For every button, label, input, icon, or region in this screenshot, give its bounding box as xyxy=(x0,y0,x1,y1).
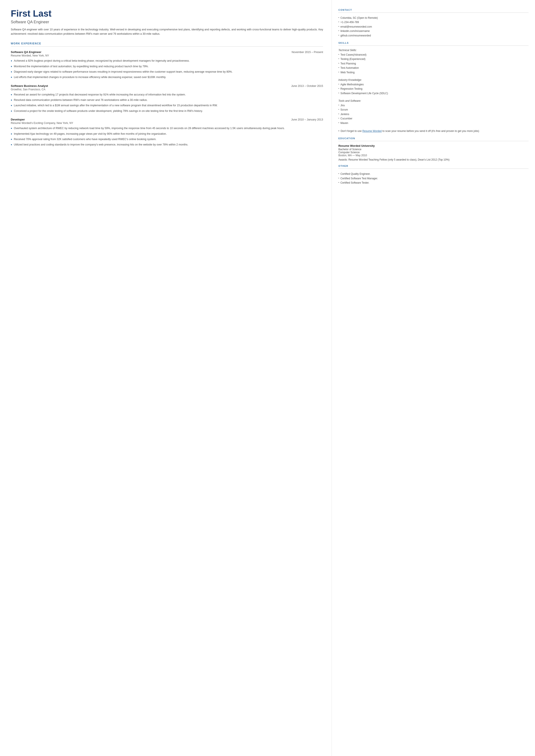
list-item: •Resolved data communication problems be… xyxy=(11,98,323,102)
contact-section: CONTACT •Columbia, SC (Open to Remote) •… xyxy=(338,9,528,38)
job-bullets-3: •Overhauled system architecture of RWEC … xyxy=(11,126,323,147)
bullet-icon: • xyxy=(11,98,12,102)
list-item: •Received 70% approval rating from 32K s… xyxy=(11,137,323,141)
other-list: •Certified Quality Engineer. •Certified … xyxy=(338,172,528,185)
edu-degree: Bachelor of Science xyxy=(338,148,528,151)
technical-skills-label: Technical Skills: xyxy=(338,49,528,52)
list-item: •Testing (Experienced) xyxy=(338,57,528,61)
list-item: •linkedin.com/in/username xyxy=(338,29,528,33)
bullet-icon: • xyxy=(338,121,339,125)
list-item: •Cucumber xyxy=(338,116,528,121)
other-heading: OTHER xyxy=(338,165,528,167)
bullet-icon: • xyxy=(338,66,339,70)
technical-skills-list: •Test Cases(Advanced) •Testing (Experien… xyxy=(338,53,528,74)
bullet-icon: • xyxy=(338,176,339,180)
job-title-2: Software Business Analyst xyxy=(11,84,48,88)
tools-label: Tools and Software: xyxy=(338,99,528,102)
industry-skills-list: •Agile Methodologies •Regression Testing… xyxy=(338,82,528,96)
list-item: •Jira xyxy=(338,103,528,107)
list-item: •Scrum xyxy=(338,107,528,112)
bullet-icon: • xyxy=(338,107,339,111)
list-item: •Monitored the implementation of test au… xyxy=(11,65,323,69)
job-bullets-2: •Received an award for completing 17 pro… xyxy=(11,93,323,113)
job-header-2: Software Business Analyst June 2013 – Oc… xyxy=(11,84,323,88)
job-company-2: Growthsi, San Francisco, CA xyxy=(11,88,323,91)
bullet-icon: • xyxy=(338,103,339,107)
list-item: •Achieved a 92% bugless project during a… xyxy=(11,59,323,63)
job-title-3: Developer xyxy=(11,118,25,121)
edu-field: Computer Science xyxy=(338,151,528,154)
job-dates-1: November 2015 – Present xyxy=(292,51,323,54)
bullet-icon: • xyxy=(338,25,339,28)
bullet-icon: • xyxy=(11,104,12,107)
job-dates-2: June 2013 – October 2015 xyxy=(291,84,323,88)
job-dates-3: June 2010 – January 2013 xyxy=(291,118,323,121)
list-item: •Certified Software Test Manager. xyxy=(338,176,528,181)
list-item: •Implemented Ajax technology on 49 pages… xyxy=(11,132,323,136)
resume-worded-note: •Don't forget to use Resume Worded to sc… xyxy=(338,129,528,133)
work-experience-heading: WORK EXPERIENCE xyxy=(11,42,323,45)
bullet-icon: • xyxy=(338,70,339,74)
main-column: First Last Software QA Engineer Software… xyxy=(0,0,332,756)
bullet-icon: • xyxy=(338,33,339,37)
industry-skills-label: Industry Knowledge: xyxy=(338,78,528,81)
bullet-icon: • xyxy=(338,53,339,56)
list-item: •Test Cases(Advanced) xyxy=(338,53,528,57)
list-item: •+1-234-456-789 xyxy=(338,20,528,24)
bullet-icon: • xyxy=(11,59,12,63)
bullet-icon: • xyxy=(11,137,12,141)
list-item: •Certified Quality Engineer. xyxy=(338,172,528,176)
bullet-icon: • xyxy=(338,116,339,120)
list-item: •Web Testing xyxy=(338,70,528,74)
bullet-icon: • xyxy=(11,70,12,74)
list-item: •Columbia, SC (Open to Remote) xyxy=(338,16,528,20)
list-item: •Diagnosed early danger signs related to… xyxy=(11,70,323,74)
bullet-icon: • xyxy=(338,82,339,86)
bullet-icon: • xyxy=(338,16,339,20)
list-item: •Software Development Life Cycle (SDLC) xyxy=(338,91,528,96)
work-experience-section: WORK EXPERIENCE Software QA Engineer Nov… xyxy=(11,42,323,147)
skills-heading: SKILLS xyxy=(338,42,528,44)
education-heading: EDUCATION xyxy=(338,137,528,140)
list-item: •email@resumeworded.com xyxy=(338,25,528,29)
list-item: •github.com/resumeworded xyxy=(338,33,528,38)
job-title-1: Software QA Engineer xyxy=(11,50,42,54)
bullet-icon: • xyxy=(11,126,12,130)
tools-list: •Jira •Scrum •Jenkins •Cucumber •Maven xyxy=(338,103,528,125)
bullet-icon: • xyxy=(338,57,339,61)
edu-awards: Awards: Resume Worded Teaching Fellow (o… xyxy=(338,158,528,162)
skills-section: SKILLS Technical Skills: •Test Cases(Adv… xyxy=(338,42,528,133)
job-header-3: Developer June 2010 – January 2013 xyxy=(11,118,323,121)
bullet-icon: • xyxy=(338,181,339,184)
bullet-icon: • xyxy=(338,91,339,95)
job-block-2: Software Business Analyst June 2013 – Oc… xyxy=(11,84,323,113)
candidate-name: First Last xyxy=(11,9,323,18)
job-company-3: Resume Worded's Exciting Company, New Yo… xyxy=(11,122,323,125)
list-item: •Test Automation xyxy=(338,66,528,70)
job-block-1: Software QA Engineer November 2015 – Pre… xyxy=(11,50,323,79)
other-section: OTHER •Certified Quality Engineer. •Cert… xyxy=(338,165,528,185)
job-header-1: Software QA Engineer November 2015 – Pre… xyxy=(11,50,323,54)
job-bullets-1: •Achieved a 92% bugless project during a… xyxy=(11,59,323,79)
bullet-icon: • xyxy=(11,132,12,136)
job-block-3: Developer June 2010 – January 2013 Resum… xyxy=(11,118,323,147)
bullet-icon: • xyxy=(11,93,12,97)
bullet-icon: • xyxy=(338,29,339,33)
bullet-icon: • xyxy=(11,75,12,79)
education-divider xyxy=(338,141,528,141)
job-title: Software QA Engineer xyxy=(11,20,323,24)
education-section: EDUCATION Resume Worded University Bache… xyxy=(338,137,528,162)
edu-school: Resume Worded University xyxy=(338,144,528,147)
list-item: •Overhauled system architecture of RWEC … xyxy=(11,126,323,130)
list-item: •Test Planning xyxy=(338,61,528,66)
resume-worded-link[interactable]: Resume Worded xyxy=(362,129,382,132)
list-item: •Utilized best practices and coding stan… xyxy=(11,143,323,147)
list-item: •Maven xyxy=(338,121,528,125)
contact-list: •Columbia, SC (Open to Remote) •+1-234-4… xyxy=(338,16,528,38)
list-item: •Agile Methodologies xyxy=(338,82,528,87)
bullet-icon: • xyxy=(338,61,339,65)
skills-divider xyxy=(338,45,528,46)
bullet-icon: • xyxy=(338,20,339,24)
bullet-icon: • xyxy=(11,109,12,113)
note-bullet: • xyxy=(338,129,339,132)
